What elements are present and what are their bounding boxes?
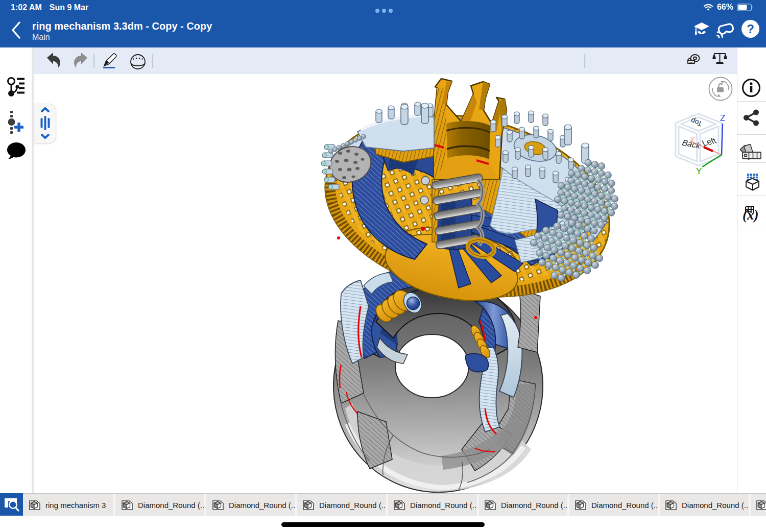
svg-text:?: ? — [747, 22, 754, 36]
svg-text:Z: Z — [720, 113, 725, 123]
svg-text:(x): (x) — [743, 207, 758, 223]
svg-text:Y: Y — [696, 166, 702, 176]
